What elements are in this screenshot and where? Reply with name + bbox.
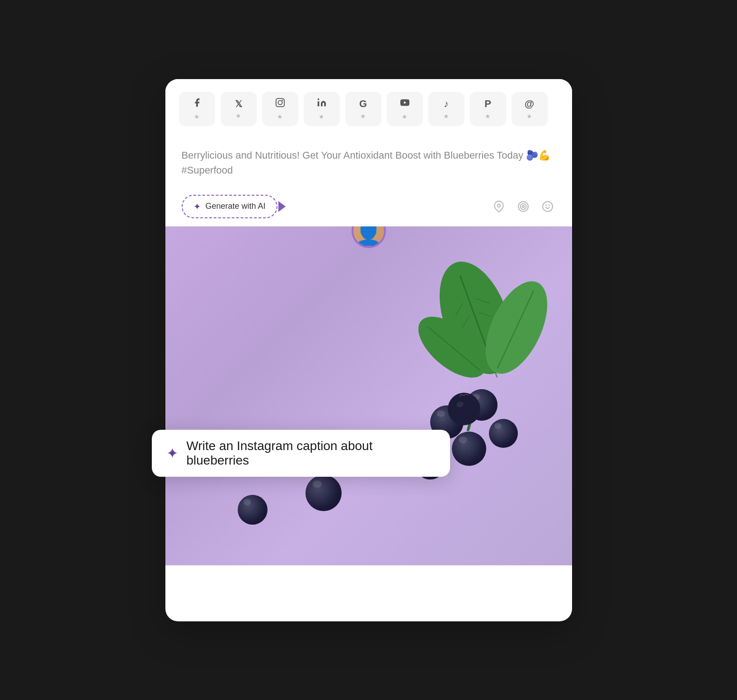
location-icon[interactable] bbox=[491, 198, 507, 215]
google-icon: G bbox=[359, 98, 367, 110]
generate-btn-wrapper: ✦ Generate with AI bbox=[182, 195, 277, 218]
social-btn-youtube[interactable]: ★ bbox=[387, 92, 423, 126]
social-bar: ★ 𝕏 ★ ★ ★ G bbox=[165, 79, 572, 137]
blueberry-6 bbox=[452, 432, 486, 466]
google-star: ★ bbox=[360, 113, 366, 120]
svg-point-23 bbox=[448, 393, 480, 425]
twitter-star: ★ bbox=[235, 112, 241, 119]
svg-rect-0 bbox=[276, 98, 284, 106]
youtube-star: ★ bbox=[402, 113, 408, 120]
social-btn-threads[interactable]: @ ★ bbox=[512, 92, 548, 126]
caption-area: Berrylicious and Nutritious! Get Your An… bbox=[165, 137, 572, 187]
main-card: ★ 𝕏 ★ ★ ★ G bbox=[165, 79, 572, 621]
pinterest-icon: P bbox=[484, 98, 491, 110]
ai-prompt-text: Write an Instagram caption about blueber… bbox=[187, 439, 436, 468]
facebook-icon bbox=[192, 98, 202, 110]
threads-icon: @ bbox=[525, 98, 534, 110]
generate-ai-star-icon: ✦ bbox=[193, 201, 201, 212]
social-btn-twitter[interactable]: 𝕏 ★ bbox=[221, 92, 257, 126]
facebook-star: ★ bbox=[194, 113, 200, 120]
target-icon[interactable] bbox=[515, 198, 531, 215]
svg-point-6 bbox=[497, 204, 500, 207]
svg-point-4 bbox=[317, 98, 319, 100]
generate-ai-button[interactable]: ✦ Generate with AI bbox=[182, 195, 277, 218]
svg-point-7 bbox=[518, 202, 528, 211]
image-section: 👤 bbox=[165, 226, 572, 565]
blueberry-3 bbox=[238, 495, 268, 525]
social-btn-facebook[interactable]: ★ bbox=[179, 92, 215, 126]
card-wrapper: ✦ Write an Instagram caption about blueb… bbox=[165, 79, 572, 621]
linkedin-star: ★ bbox=[319, 113, 324, 120]
instagram-star: ★ bbox=[277, 113, 283, 120]
social-btn-tiktok[interactable]: ♪ ★ bbox=[428, 92, 465, 126]
blueberry-image bbox=[165, 226, 572, 565]
pinterest-star: ★ bbox=[485, 113, 491, 120]
caption-text: Berrylicious and Nutritious! Get Your An… bbox=[182, 148, 556, 178]
social-btn-instagram[interactable]: ★ bbox=[262, 92, 298, 126]
svg-point-2 bbox=[282, 99, 283, 101]
tiktok-star: ★ bbox=[443, 113, 449, 120]
editor-toolbar: ✦ Generate with AI bbox=[165, 187, 572, 226]
svg-rect-3 bbox=[317, 101, 319, 106]
blueberry-8 bbox=[489, 419, 518, 448]
ai-prompt-bubble: ✦ Write an Instagram caption about blueb… bbox=[152, 430, 450, 477]
svg-point-10 bbox=[543, 202, 553, 211]
toolbar-icons bbox=[491, 198, 556, 215]
svg-point-1 bbox=[278, 100, 282, 104]
svg-point-9 bbox=[522, 205, 524, 207]
linkedin-icon bbox=[317, 98, 327, 110]
social-btn-linkedin[interactable]: ★ bbox=[304, 92, 340, 126]
youtube-icon bbox=[400, 98, 410, 110]
arrow-pointer bbox=[278, 201, 286, 212]
blueberry-2 bbox=[305, 475, 342, 511]
social-btn-pinterest[interactable]: P ★ bbox=[470, 92, 506, 126]
emoji-icon[interactable] bbox=[540, 198, 556, 215]
generate-ai-label: Generate with AI bbox=[206, 202, 266, 211]
tiktok-icon: ♪ bbox=[444, 98, 449, 110]
threads-star: ★ bbox=[526, 113, 532, 120]
ai-star-icon: ✦ bbox=[166, 445, 178, 462]
blueberry-crown bbox=[446, 390, 482, 425]
svg-point-8 bbox=[520, 203, 526, 209]
instagram-icon bbox=[275, 98, 285, 110]
twitter-icon: 𝕏 bbox=[235, 99, 242, 109]
social-btn-google[interactable]: G ★ bbox=[345, 92, 381, 126]
